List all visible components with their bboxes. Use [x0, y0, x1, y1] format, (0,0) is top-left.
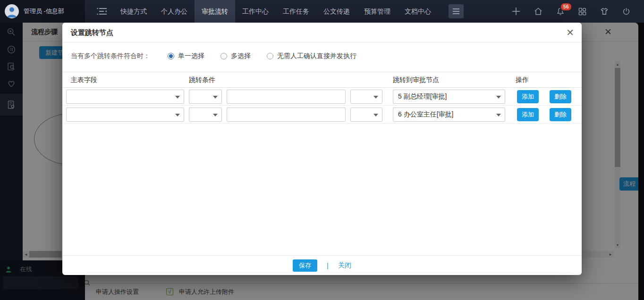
radio-single-select[interactable]: 单一选择: [168, 52, 204, 60]
close-link[interactable]: 关闭: [338, 261, 351, 270]
chevron-down-icon: [496, 96, 501, 99]
user-name: 管理员 -信息部: [24, 7, 64, 16]
top-navigation-bar: 管理员 -信息部 快捷方式 个人办公 审批流转 工作中心 工作任务 公文传递 预…: [0, 0, 644, 23]
header-main-field: 主表字段: [71, 76, 97, 84]
shirt-icon[interactable]: [600, 7, 609, 16]
jump-rule-row: 5 副总经理[审批] 添加 删除: [62, 88, 582, 106]
chevron-down-icon: [373, 96, 378, 99]
chevron-down-icon: [373, 114, 378, 117]
jump-table-header: 主表字段 跳转条件 跳转到审批节点 操作: [62, 72, 582, 88]
apps-grid-icon[interactable]: [578, 7, 587, 16]
operator-select[interactable]: [189, 90, 222, 104]
condition-prompt: 当有多个跳转条件符合时：: [71, 52, 168, 60]
chevron-down-icon: [213, 96, 218, 99]
topbar-icons: 56: [511, 0, 631, 23]
main-field-select[interactable]: [66, 108, 184, 122]
target-node-select[interactable]: 6 办公室主任[审批]: [393, 108, 505, 122]
notification-badge: 56: [560, 2, 572, 11]
chevron-down-icon: [175, 114, 180, 117]
delete-row-button[interactable]: 删除: [550, 108, 571, 121]
nav-item-budget-mgmt[interactable]: 预算管理: [357, 0, 398, 23]
nav-item-work-center[interactable]: 工作中心: [235, 0, 276, 23]
nav-item-work-tasks[interactable]: 工作任务: [276, 0, 316, 23]
nav-item-doc-transfer[interactable]: 公文传递: [316, 0, 357, 23]
plus-icon[interactable]: [511, 7, 521, 16]
save-button[interactable]: 保存: [293, 259, 317, 272]
footer-separator: |: [327, 261, 329, 269]
radio-auto-parallel[interactable]: 无需人工确认直接并发执行: [267, 52, 356, 60]
menu-collapse-icon[interactable]: [92, 0, 113, 23]
header-target-node: 跳转到审批节点: [393, 76, 439, 84]
chevron-down-icon: [175, 96, 180, 99]
condition-mode-row: 当有多个跳转条件符合时： 单一选择 多选择 无需人工确认直接并发执行: [71, 52, 582, 60]
user-box[interactable]: 管理员 -信息部: [0, 0, 85, 23]
radio-label: 单一选择: [178, 52, 204, 60]
radio-icon[interactable]: [267, 53, 273, 59]
avatar[interactable]: [5, 4, 19, 18]
set-jump-node-dialog: 设置跳转节点 ✕ 当有多个跳转条件符合时： 单一选择 多选择 无需人工确认直接并…: [62, 23, 582, 275]
chevron-down-icon: [496, 114, 501, 117]
radio-multi-select[interactable]: 多选择: [220, 52, 251, 60]
add-row-button[interactable]: 添加: [517, 108, 539, 121]
nav-item-personal-office[interactable]: 个人办公: [154, 0, 195, 23]
header-operations: 操作: [516, 76, 529, 84]
radio-icon[interactable]: [168, 53, 174, 59]
nav-item-quick-access[interactable]: 快捷方式: [113, 0, 154, 23]
power-icon[interactable]: [622, 7, 631, 16]
logic-select[interactable]: [350, 108, 382, 122]
radio-label: 无需人工确认直接并发执行: [277, 52, 356, 60]
condition-value-input[interactable]: [227, 90, 346, 104]
nav-item-doc-center[interactable]: 文档中心: [398, 0, 438, 23]
main-field-select[interactable]: [66, 90, 184, 104]
operator-select[interactable]: [189, 108, 222, 122]
dialog-close-icon[interactable]: ✕: [566, 23, 574, 42]
hamburger-menu-icon[interactable]: [449, 4, 464, 18]
bell-icon[interactable]: 56: [556, 7, 565, 16]
dialog-footer: 保存 | 关闭: [62, 255, 582, 275]
logic-select[interactable]: [350, 90, 382, 104]
chevron-down-icon: [213, 114, 218, 117]
jump-rule-row: 6 办公室主任[审批] 添加 删除: [62, 106, 582, 124]
main-nav: 快捷方式 个人办公 审批流转 工作中心 工作任务 公文传递 预算管理 文档中心: [113, 0, 438, 23]
delete-row-button[interactable]: 删除: [550, 90, 571, 103]
condition-value-input[interactable]: [227, 108, 346, 122]
add-row-button[interactable]: 添加: [517, 90, 539, 103]
dialog-title: 设置跳转节点: [71, 28, 113, 36]
home-icon[interactable]: [534, 7, 543, 16]
nav-item-approval-flow[interactable]: 审批流转: [195, 0, 235, 23]
dialog-header: 设置跳转节点 ✕: [62, 23, 582, 42]
radio-label: 多选择: [231, 52, 251, 60]
target-node-select[interactable]: 5 副总经理[审批]: [393, 90, 505, 104]
radio-icon[interactable]: [220, 53, 227, 59]
header-jump-condition: 跳转条件: [189, 76, 215, 84]
